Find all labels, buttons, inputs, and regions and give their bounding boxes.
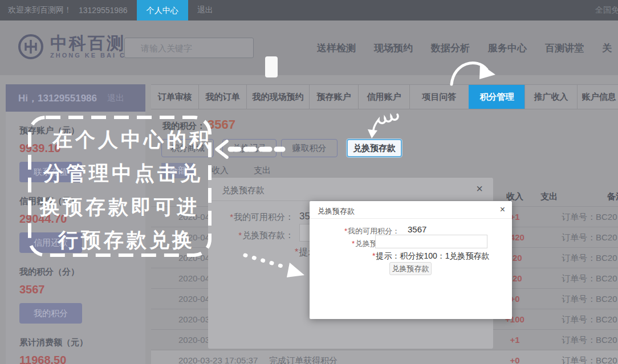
nav-item[interactable]: 现场预约 [365, 42, 422, 55]
points-filter-tab[interactable]: 收入 [204, 163, 237, 178]
user-center-link[interactable]: 个人中心 [137, 0, 188, 21]
cell-note: 订单号：BC20 [562, 335, 617, 346]
cell-date: 2020-03 [178, 335, 210, 345]
cell-date: 2020-04 [178, 253, 210, 263]
stat-button[interactable]: 信用还款 [19, 232, 82, 253]
search-input[interactable] [140, 43, 255, 54]
account-tabs: 订单审核我的订单我的现场预约预存账户信用账户项目问答积分管理推广收入账户信息 [151, 84, 618, 109]
account-tab[interactable]: 我的现场预约 [246, 85, 309, 109]
modal-title: 兑换预存款 [222, 185, 265, 196]
cell-date: 2020-04 [178, 232, 210, 242]
sidebar-stat: 累计消费额（元） 11968.50 [6, 337, 145, 364]
required-asterisk: * [372, 251, 375, 260]
stat-label: 预存账户（元） [19, 125, 145, 136]
stat-button[interactable]: 我的积分 [19, 303, 82, 324]
nav-item[interactable]: 送样检测 [308, 42, 365, 55]
sidebar-logout-link[interactable]: 退出 [107, 93, 124, 104]
points-filter-tab[interactable]: 全部 [161, 163, 194, 178]
required-asterisk: * [230, 212, 233, 222]
points-action-button[interactable]: 赚取积分 [281, 139, 338, 157]
site-header: 中科百测 ZHONG KE BAI CE 送样检测现场预约数据分析服务中心百测讲… [0, 21, 618, 75]
cell-date: 2020-03 [178, 314, 210, 324]
logo-title: 中科百测 [50, 35, 132, 52]
topbar-logout-link[interactable]: 退出 [197, 5, 213, 15]
required-asterisk: * [238, 230, 242, 240]
available-points-value: 3567 [408, 224, 426, 234]
cell-date: 2020-04 [178, 273, 210, 283]
site-logo[interactable]: 中科百测 ZHONG KE BAI CE [17, 33, 132, 60]
account-tab[interactable]: 项目问答 [409, 85, 469, 109]
points-action-button[interactable]: 兑换记录 [222, 139, 277, 157]
stat-value: 29044.70 [19, 212, 145, 226]
stat-label: 信用额度（元） [19, 196, 145, 207]
stat-value: 11968.50 [19, 354, 145, 364]
col-expense: 支出 [532, 191, 566, 202]
welcome-text: 欢迎来到百测网！ [8, 5, 72, 15]
logo-icon [17, 33, 44, 60]
cell-date: 2020-03-23 17:05:37 [178, 355, 258, 364]
exchange-amount-label: 兑换预存款： [242, 230, 294, 240]
nav-item[interactable]: 服务中心 [479, 42, 536, 55]
col-note: 备注 [607, 191, 618, 202]
exchange-amount-input[interactable] [375, 235, 487, 248]
sidebar-stat: 预存账户（元） 9939.10 联系充值 [6, 125, 145, 182]
account-tab[interactable]: 我的订单 [198, 85, 246, 109]
nav-item[interactable]: 关 [593, 42, 618, 55]
hotline-text: 全国免费 [595, 5, 618, 15]
account-tab[interactable]: 预存账户 [309, 85, 358, 109]
cell-note: 订单号：BC20 [562, 294, 617, 305]
sidebar-stat: 信用额度（元） 29044.70 信用还款 [6, 196, 145, 253]
table-row: 2020-03-23 17:05:37 完成订单获得积分 +0 订单号：BC20 [151, 350, 618, 364]
account-tab[interactable]: 信用账户 [358, 85, 409, 109]
cell-income: +1 [498, 335, 532, 345]
cell-date: 2020-04 [178, 294, 210, 304]
screen: 欢迎来到百测网！ 13129551986 个人中心 退出 全国免费 中科百测 Z… [0, 0, 618, 364]
cell-date: 2020-04 [178, 212, 210, 222]
account-tab[interactable]: 账户信息 [577, 85, 618, 109]
required-asterisk: * [352, 239, 355, 248]
available-points-label: 我的可用积分： [348, 227, 400, 235]
close-icon[interactable]: × [500, 205, 505, 215]
modal-title: 兑换预存款 [318, 206, 355, 216]
nav-item[interactable]: 数据分析 [422, 42, 479, 55]
cell-note: 订单号：BC20 [562, 253, 617, 264]
sidebar-greeting: Hi，13129551986 [18, 92, 97, 105]
available-points-label: 我的可用积分： [234, 212, 294, 222]
account-tab[interactable]: 积分管理 [469, 85, 525, 109]
search-box [124, 38, 254, 58]
points-filter-tab[interactable]: 支出 [246, 163, 279, 178]
stat-button[interactable]: 联系充值 [19, 162, 82, 182]
topbar: 欢迎来到百测网！ 13129551986 个人中心 退出 全国免费 [0, 0, 618, 21]
close-icon[interactable]: × [476, 182, 483, 195]
cell-note: 订单号：BC20 [562, 355, 617, 364]
cell-note: 订单号：BC20 [562, 273, 617, 284]
stat-value: 9939.10 [19, 142, 145, 155]
account-tab[interactable]: 订单审核 [151, 85, 198, 109]
highlight-artifact [265, 56, 278, 77]
my-points-label: 我的积分： [162, 121, 205, 130]
account-tab[interactable]: 推广收入 [525, 85, 577, 109]
cell-income: +0 [498, 355, 532, 364]
cell-note: 订单号：BC20 [562, 232, 617, 243]
points-action-button[interactable]: 兑换预存款 [347, 139, 402, 157]
topbar-phone: 13129551986 [79, 6, 128, 15]
cell-note: 订单号：BC20 [562, 314, 617, 325]
stat-label: 我的积分（分） [19, 267, 145, 277]
stat-value: 3567 [19, 283, 145, 296]
sidebar-stat: 我的积分（分） 3567 我的积分 [6, 267, 145, 324]
exchange-modal-front: 兑换预存款 × *我的可用积分： 3567 *兑换预存款： *提示：积分按100… [310, 201, 512, 319]
my-points-value: 3567 [208, 117, 235, 132]
required-asterisk: * [295, 247, 298, 257]
points-action-button[interactable]: 积分商城 [161, 139, 214, 157]
cell-note: 订单号：BC20 [562, 212, 617, 223]
exchange-submit-button[interactable]: 兑换预存款 [389, 262, 432, 275]
logo-subtitle: ZHONG KE BAI CE [50, 52, 132, 59]
sidebar: Hi，13129551986 退出 预存账户（元） 9939.10 联系充值 信… [6, 84, 145, 364]
cell-desc: 完成订单获得积分 [269, 355, 338, 364]
required-asterisk: * [344, 227, 347, 235]
stat-label: 累计消费额（元） [19, 337, 145, 348]
nav-item[interactable]: 百测讲堂 [536, 42, 593, 55]
sidebar-header: Hi，13129551986 退出 [6, 84, 145, 112]
exchange-tip: 提示：积分按100：1兑换预存款 [376, 251, 489, 260]
